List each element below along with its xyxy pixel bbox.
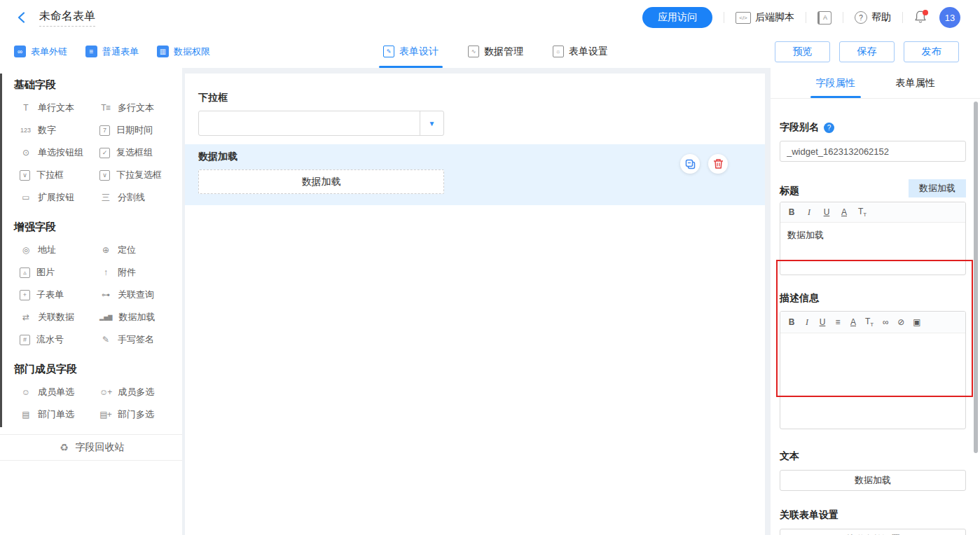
notification-bell-button[interactable] [914, 10, 928, 25]
shortcut-normal-form[interactable]: ≡ 普通表单 [85, 46, 139, 58]
field-item-multi-line-text[interactable]: T≡多行文本 [99, 97, 182, 119]
title-badge[interactable]: 数据加载 [909, 179, 966, 197]
app-access-button[interactable]: 应用访问 [642, 7, 712, 28]
italic-icon[interactable]: I [806, 207, 813, 218]
field-item-checkbox-group[interactable]: ✓复选框组 [99, 141, 182, 164]
field-item-dropdown-multi[interactable]: ∨下拉复选框 [99, 164, 182, 186]
field-item-related-query[interactable]: ⊶关联查询 [99, 284, 182, 306]
back-button[interactable] [15, 11, 29, 25]
underline-icon[interactable]: U [819, 317, 826, 327]
chevron-left-icon [15, 11, 28, 24]
field-item-member-multi[interactable]: ☺+成员多选 [99, 381, 182, 403]
unlink-icon[interactable]: ⊘ [897, 317, 904, 327]
field-label: 分割线 [118, 191, 145, 204]
dropdown-control[interactable]: ▼ [198, 111, 444, 136]
tab-field-properties[interactable]: 字段属性 [816, 68, 855, 98]
field-item-extend-button[interactable]: ▭扩展按钮 [20, 186, 99, 209]
field-item-image[interactable]: ▵图片 [20, 261, 99, 284]
dropdown-icon: ∨ [20, 170, 30, 181]
help-icon: ? [855, 11, 867, 24]
alias-input[interactable] [780, 141, 966, 162]
description-editor-content[interactable] [780, 333, 965, 429]
preview-button[interactable]: 预览 [775, 41, 830, 62]
insert-image-icon[interactable]: ▣ [913, 317, 920, 327]
align-icon[interactable]: ≡ [834, 317, 841, 327]
data-load-trigger-button[interactable]: 数据加载 [198, 169, 444, 194]
alias-help-icon[interactable]: ? [824, 123, 834, 133]
font-color-icon[interactable]: A [841, 207, 848, 217]
field-item-dept-single[interactable]: ▤部门单选 [20, 403, 99, 426]
field-label: 扩展按钮 [38, 191, 74, 204]
field-item-date-time[interactable]: 7日期时间 [99, 119, 182, 141]
related-form-label: 关联表单设置 [780, 509, 966, 522]
related-form-settings-button[interactable]: 关联表单设置 [780, 529, 966, 535]
serial-number-icon: # [20, 335, 30, 345]
field-item-member-single[interactable]: ☺成员单选 [20, 381, 99, 403]
field-item-location[interactable]: ⊕定位 [99, 239, 182, 261]
save-button[interactable]: 保存 [839, 41, 895, 62]
field-recycle-bin-button[interactable]: ♻ 字段回收站 [0, 434, 182, 461]
help-button[interactable]: ? 帮助 [855, 11, 891, 24]
field-item-dept-multi[interactable]: ▤+部门多选 [99, 403, 182, 426]
bold-icon[interactable]: B [788, 317, 795, 327]
dropdown-value [199, 111, 420, 135]
field-item-single-line-text[interactable]: T单行文本 [20, 97, 99, 119]
form-designer-app: 未命名表单 应用访问 </> 后端脚本 A ? 帮助 [0, 0, 980, 535]
departments-icon: ▤+ [99, 410, 111, 419]
section-title-dept-member-fields: 部门成员字段 [14, 352, 182, 380]
field-item-serial-number[interactable]: #流水号 [20, 328, 99, 351]
field-item-attachment[interactable]: ↑附件 [99, 261, 182, 284]
text-section-label: 文本 [780, 450, 966, 463]
underline-icon[interactable]: U [823, 207, 830, 217]
bold-icon[interactable]: B [788, 207, 795, 217]
field-label: 日期时间 [116, 124, 153, 137]
copy-field-button[interactable] [680, 154, 700, 174]
avatar[interactable]: 13 [939, 7, 960, 28]
publish-button[interactable]: 发布 [904, 41, 959, 62]
sidebar-scrollbar[interactable] [0, 74, 2, 427]
field-label: 下拉框 [36, 169, 64, 181]
canvas-field-data-load-selected[interactable]: 数据加载 数据加载 [185, 144, 765, 205]
location-target-icon: ⊕ [99, 245, 111, 255]
font-color-icon[interactable]: A [850, 317, 857, 327]
field-item-divider-line[interactable]: 三分割线 [99, 186, 182, 209]
form-toolbar: ∞ 表单外链 ≡ 普通表单 ▥ 数据权限 ✎ 表单设计 ∿ 数据管理 ☼ [0, 35, 980, 69]
panel-scrollbar[interactable] [974, 102, 978, 453]
italic-icon[interactable]: I [803, 317, 810, 328]
link-icon: ∞ [14, 46, 26, 57]
form-title[interactable]: 未命名表单 [39, 9, 95, 27]
delete-field-button[interactable] [708, 154, 728, 174]
font-size-icon[interactable]: T [858, 207, 867, 218]
tab-form-design[interactable]: ✎ 表单设计 [383, 35, 439, 68]
divider [843, 12, 843, 23]
tab-form-settings[interactable]: ☼ 表单设置 [553, 35, 608, 68]
tab-data-management[interactable]: ∿ 数据管理 [468, 35, 523, 68]
bar-chart-icon: ▥ [157, 46, 169, 57]
divider-line-icon: 三 [99, 192, 111, 204]
font-size-icon[interactable]: T [865, 317, 874, 328]
canvas-field-dropdown[interactable]: 下拉框 ▼ [185, 74, 765, 136]
tab-form-properties[interactable]: 表单属性 [896, 68, 935, 98]
data-load-text-button[interactable]: 数据加载 [780, 470, 966, 491]
shortcut-data-permission[interactable]: ▥ 数据权限 [157, 46, 210, 58]
shortcut-external-link[interactable]: ∞ 表单外链 [14, 46, 67, 58]
field-item-radio-group[interactable]: ⊙单选按钮组 [20, 141, 99, 164]
title-editor-content[interactable]: 数据加载 [780, 223, 965, 275]
link-icon[interactable]: ∞ [882, 317, 889, 327]
field-label: 部门多选 [118, 408, 154, 421]
backend-script-button[interactable]: </> 后端脚本 [736, 11, 794, 24]
field-item-address[interactable]: ◎地址 [20, 239, 99, 261]
recycle-icon: ♻ [58, 442, 70, 453]
multi-line-text-icon: T≡ [99, 103, 111, 113]
field-item-number[interactable]: 123数字 [20, 119, 99, 141]
field-item-dropdown[interactable]: ∨下拉框 [20, 164, 99, 186]
panel-body: 字段别名 ? 标题 数据加载 B I U A T 数据加载 描述信息 [771, 110, 980, 535]
dropdown-field-label: 下拉框 [198, 92, 765, 104]
shortcut-label: 表单外链 [31, 46, 67, 58]
field-item-data-load[interactable]: ▂▅▇数据加载 [99, 306, 182, 328]
contacts-button[interactable]: A [817, 11, 831, 25]
field-label: 定位 [118, 244, 136, 256]
field-item-signature[interactable]: ✎手写签名 [99, 328, 182, 351]
field-item-related-data[interactable]: ⇄关联数据 [20, 306, 99, 328]
field-item-subform[interactable]: +子表单 [20, 284, 99, 306]
